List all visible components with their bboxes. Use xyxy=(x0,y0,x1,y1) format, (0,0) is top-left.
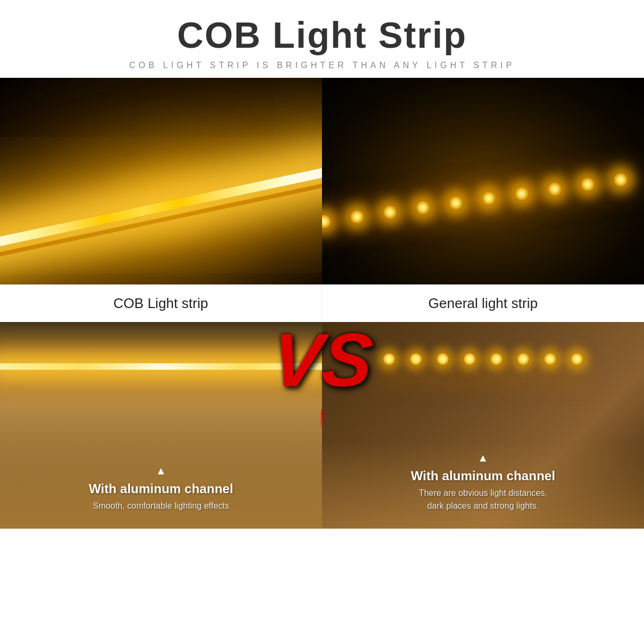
general-arrow-icon: ▲ xyxy=(333,452,633,464)
header: COB Light Strip COB LIGHT STRIP IS BRIGH… xyxy=(0,0,644,78)
comparison-area: COB Light strip General light strip ▲ Wi… xyxy=(0,78,644,644)
cob-bottom-image: ▲ With aluminum channel Smooth, comforta… xyxy=(0,322,322,529)
general-label-cell: General light strip xyxy=(322,284,644,322)
subtitle: COB LIGHT STRIP IS BRIGHTER THAN ANY LIG… xyxy=(11,61,633,70)
led-dot xyxy=(415,200,430,215)
cob-channel-title: With aluminum channel xyxy=(11,481,311,496)
led-dot xyxy=(382,204,398,219)
led-dot xyxy=(322,213,332,229)
general-led-dot xyxy=(517,353,529,365)
cob-label-cell: COB Light strip xyxy=(0,284,322,322)
general-led-dot xyxy=(544,353,556,365)
led-dot xyxy=(514,186,530,201)
led-dots-row xyxy=(322,167,644,231)
general-bottom-led-row xyxy=(322,353,644,365)
general-label: General light strip xyxy=(428,295,538,312)
general-channel-desc: There are obvious light distances,dark p… xyxy=(419,488,547,510)
general-top-image xyxy=(322,78,644,284)
led-dot xyxy=(448,195,464,210)
led-dot xyxy=(547,181,562,196)
page-wrapper: COB Light Strip COB LIGHT STRIP IS BRIGH… xyxy=(0,0,644,644)
general-bottom-image: ▲ With aluminum channel There are obviou… xyxy=(322,322,644,529)
general-led-dot xyxy=(410,353,422,365)
led-dot xyxy=(481,190,496,206)
general-led-dot xyxy=(464,353,475,365)
led-dot xyxy=(613,172,628,187)
led-dot xyxy=(349,209,365,224)
general-led-dot xyxy=(383,353,395,365)
cob-channel-desc: Smooth, comfortable lighting effects xyxy=(93,501,229,510)
led-dot xyxy=(580,176,595,192)
general-bottom-caption: ▲ With aluminum channel There are obviou… xyxy=(322,441,644,529)
main-title: COB Light Strip xyxy=(11,15,633,55)
general-channel-title: With aluminum channel xyxy=(333,469,633,484)
cob-bottom-caption: ▲ With aluminum channel Smooth, comforta… xyxy=(0,454,322,529)
general-led-dot xyxy=(437,353,449,365)
cob-channel-strip xyxy=(0,363,322,370)
cob-label: COB Light strip xyxy=(113,295,208,312)
cob-arrow-icon: ▲ xyxy=(11,465,311,477)
cob-top-image xyxy=(0,78,322,284)
general-led-dot xyxy=(491,353,502,365)
general-led-dot xyxy=(571,353,583,365)
